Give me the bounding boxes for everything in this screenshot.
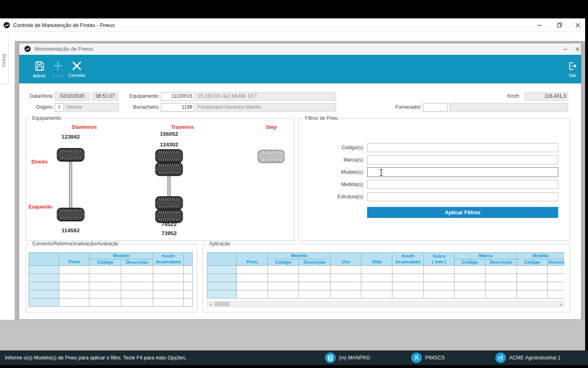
uso-header: Uso xyxy=(331,253,361,266)
row-selector-cell[interactable] xyxy=(207,274,237,282)
vida-header: Vida xyxy=(361,253,392,266)
rear-left-inner-tire[interactable] xyxy=(155,196,183,210)
dianteiros-label: Dianteiros xyxy=(72,124,97,130)
cancelar-label: Cancelar xyxy=(68,73,85,78)
table-row xyxy=(207,290,565,298)
scrollbar-thumb[interactable] xyxy=(214,302,230,306)
marca-codigo-header: Código xyxy=(454,259,486,265)
sair-label: Sair xyxy=(569,73,577,78)
time-field: 08:51:07 xyxy=(92,92,118,101)
estruturas-input[interactable] xyxy=(367,192,558,201)
conserto-table[interactable]: Pneu Modelo Km/HAcumulado Código Descriç… xyxy=(29,252,193,307)
equipamento-code-field[interactable]: 11100015 xyxy=(161,92,194,101)
row-selector-cell[interactable] xyxy=(207,282,237,290)
front-right-tire[interactable] xyxy=(57,148,85,162)
child-close-button[interactable] xyxy=(571,43,584,55)
statusbar: Informe o(s) Modelo(s) de Pneu para apli… xyxy=(0,350,588,365)
direito-label: Direito xyxy=(31,159,48,165)
desktop: Controle de Manutenção de Frotas - Pneus… xyxy=(0,0,588,368)
row-selector-cell[interactable] xyxy=(29,265,59,274)
origem-code-field[interactable]: I xyxy=(55,103,64,112)
row-selector-cell[interactable] xyxy=(207,265,237,274)
main-window-titlebar: Controle de Manutenção de Frotas - Pneus xyxy=(0,18,585,32)
pneu-header: Pneu xyxy=(237,253,268,266)
filtros-legend: Filtros de Pneu xyxy=(303,115,340,121)
row-selector-cell[interactable] xyxy=(29,290,59,298)
table-row xyxy=(29,290,193,298)
marcas-input[interactable] xyxy=(367,155,558,164)
modelo-group-header: Modelo xyxy=(268,253,331,259)
rear-right-outer-tire-number: 156052 xyxy=(151,131,187,137)
close-icon xyxy=(575,23,580,28)
aplicacao-table[interactable]: Pneu Modelo Uso Vida Km/HAcumulado Sulco… xyxy=(207,252,564,298)
table-row xyxy=(29,274,193,282)
front-left-tire[interactable] xyxy=(57,208,85,221)
origem-desc-field: Interna xyxy=(65,103,119,112)
medida-codigo-header: Código xyxy=(517,259,548,265)
child-minimize-button[interactable] xyxy=(559,43,571,55)
child-window-title: Movimentação de Pneus xyxy=(35,43,93,55)
modelos-input[interactable] xyxy=(367,167,558,177)
row-selector-cell[interactable] xyxy=(29,274,59,282)
sulco-header: Sulco( mm ) xyxy=(424,253,454,266)
user-name: PIMSCS xyxy=(425,355,445,361)
close-button[interactable] xyxy=(570,18,585,32)
status-message: Informe o(s) Modelo(s) de Pneu para apli… xyxy=(5,350,187,365)
rear-right-inner-tire-number: 124302 xyxy=(151,141,187,148)
minimize-button[interactable] xyxy=(530,18,548,32)
traseiros-label: Traseiros xyxy=(171,124,194,130)
corner-header xyxy=(207,253,237,266)
medidas-input[interactable] xyxy=(367,180,558,189)
row-selector-cell[interactable] xyxy=(29,298,59,306)
fornecedor-code-field[interactable] xyxy=(423,103,448,112)
modelo-group-header: Modelo xyxy=(89,253,153,259)
filtros-groupbox: Filtros de Pneu Código(s): Marca(s): Mod… xyxy=(298,118,570,241)
scroll-left-icon[interactable]: ‹ xyxy=(207,301,214,307)
restore-button[interactable] xyxy=(550,18,568,32)
aplicar-filtros-button[interactable]: Aplicar Filtros xyxy=(367,207,558,218)
extra-header xyxy=(184,253,193,266)
menu-tab[interactable]: Menu xyxy=(0,38,9,84)
aplicar-label: Aplicar xyxy=(33,73,46,78)
scroll-right-icon[interactable]: › xyxy=(557,301,564,307)
medida-group-header: Medida xyxy=(517,253,565,259)
cancelar-button[interactable]: Cancelar xyxy=(65,57,89,81)
codigo-header: Código xyxy=(89,259,121,265)
codigos-label: Código(s): xyxy=(299,143,364,152)
rear-right-inner-tire[interactable] xyxy=(155,162,183,176)
app-logo-icon xyxy=(3,22,10,30)
kmh-header: Km/HAcumulado xyxy=(392,253,424,266)
medida-descricao-header: Descrição xyxy=(548,259,565,265)
minimize-icon xyxy=(537,23,542,28)
save-icon xyxy=(34,61,45,72)
company-status-item: ACME Agroindustrial 1 xyxy=(495,350,561,365)
corner-header xyxy=(29,253,59,266)
kmh-label: Km/h: xyxy=(489,92,520,101)
descricao-header: Descrição xyxy=(299,259,331,265)
table-row xyxy=(29,265,193,274)
toolbar: Aplicar Incluir Cancelar Sair xyxy=(19,55,581,83)
row-selector-cell[interactable] xyxy=(29,282,59,290)
aplicacao-legend: Aplicação xyxy=(207,241,232,247)
screen-edge xyxy=(585,18,588,350)
child-window: Movimentação de Pneus Aplicar Incluir xyxy=(19,43,581,320)
sair-button[interactable]: Sair xyxy=(561,57,584,81)
database-name: (m) MANFRO xyxy=(339,355,370,361)
esquerdo-label: Esquerdo xyxy=(29,204,52,210)
borracheiro-label: Borracheiro: xyxy=(119,103,160,112)
descricao-header: Descrição xyxy=(121,259,153,265)
fornecedor-desc-field xyxy=(449,103,568,112)
codigos-input[interactable] xyxy=(367,143,558,152)
row-selector-cell[interactable] xyxy=(207,290,237,298)
step-tire[interactable] xyxy=(257,150,285,163)
ibeam-cursor xyxy=(379,169,383,177)
user-icon xyxy=(411,352,422,363)
plus-icon xyxy=(52,60,64,72)
horizontal-scrollbar[interactable]: ‹ › xyxy=(207,301,564,307)
front-right-tire-number: 123842 xyxy=(52,134,89,140)
rear-right-outer-tire[interactable] xyxy=(155,149,183,163)
rear-left-outer-tire[interactable] xyxy=(155,209,183,223)
child-window-titlebar: Movimentação de Pneus xyxy=(19,43,581,55)
borracheiro-code-field[interactable]: 1199 xyxy=(161,103,194,112)
user-status-item: PIMSCS xyxy=(411,350,445,365)
